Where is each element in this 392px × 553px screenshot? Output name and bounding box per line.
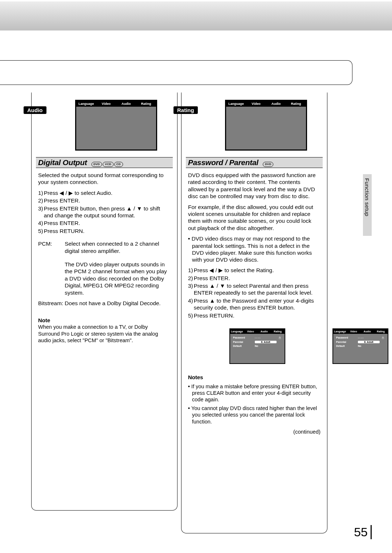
right-note-2: You cannot play DVD discs rated higher t…: [188, 405, 320, 425]
disc-dvd: DVD: [263, 162, 274, 167]
osd-pair: Language Video Audio Rating Password - -…: [186, 326, 327, 364]
osd-tab-rating: Rating: [286, 101, 306, 107]
right-column: Rating Language Video Audio Rating Passw…: [181, 93, 327, 533]
two-column-container: Audio Language Video Audio Rating Digita…: [31, 93, 327, 533]
osd-tab-rating: Rating: [136, 101, 156, 107]
left-body: Selected the output sound format corresp…: [32, 172, 177, 344]
osd-tab-language: Language: [226, 101, 246, 107]
lock-icon: [380, 336, 385, 339]
right-body: DVD discs equipped with the password fun…: [181, 172, 327, 320]
osd-mockup-rating: Language Video Audio Rating: [225, 100, 307, 151]
header-rule-panel: [0, 60, 352, 85]
osd-tab-video: Video: [246, 101, 266, 107]
osd-row-parental: Parental 8. Adult: [333, 340, 388, 344]
osd-tab-row: Language Video Audio Rating: [226, 101, 306, 107]
left-section-title: Digital Output: [38, 158, 87, 167]
right-steps-list: 1)Press ◀ / ▶ to select the Rating. 2)Pr…: [188, 267, 320, 320]
osd-tab-language: Language: [76, 101, 96, 107]
right-section-header: Password / Parental DVD: [186, 157, 323, 168]
osd-row-default: Default No: [230, 344, 285, 348]
left-category-tag: Audio: [24, 106, 46, 114]
right-notes-list: If you make a mistake before pressing EN…: [188, 383, 320, 425]
disc-badges: DVD VCD CD: [91, 162, 123, 167]
right-section-title: Password / Parental: [188, 158, 258, 167]
osd-tab-video: Video: [96, 101, 116, 107]
left-definitions: PCM:Select when connected to a 2 channel…: [38, 240, 171, 310]
right-notes-heading: Notes: [188, 374, 320, 381]
left-section-header: Digital Output DVD VCD CD: [36, 157, 173, 168]
osd-mockup-audio: Language Video Audio Rating: [75, 100, 157, 151]
left-note-body: When you make a connection to a TV, or D…: [38, 324, 171, 343]
continued-label: (continued): [181, 429, 320, 435]
left-column: Audio Language Video Audio Rating Digita…: [31, 93, 177, 511]
left-steps-list: 1)Press ◀ / ▶ to select Audio. 2)Press E…: [38, 189, 171, 235]
osd-mockup-rating-detail-1: Language Video Audio Rating Password - -…: [229, 328, 285, 364]
left-intro: Selected the output sound format corresp…: [38, 172, 171, 186]
osd-row-default: Default No: [333, 344, 388, 348]
osd-mockup-rating-detail-2: Language Video Audio Rating Password - -…: [332, 328, 388, 364]
right-intro-bullets: DVD video discs may or may not respond t…: [188, 235, 320, 263]
right-note-1: If you make a mistake before pressing EN…: [188, 383, 320, 403]
osd-row-password: Password - - - -: [230, 335, 285, 340]
osd-tab-row: Language Video Audio Rating: [76, 101, 156, 107]
disc-dvd: DVD: [91, 162, 102, 167]
disc-cd: CD: [114, 162, 123, 167]
page-number: 55: [354, 525, 372, 539]
disc-vcd: VCD: [103, 162, 114, 167]
osd-row-parental: Parental 8. Adult: [230, 340, 285, 344]
right-category-tag: Rating: [173, 106, 198, 114]
right-p2: For example, if the disc allowed, you co…: [188, 204, 320, 232]
left-note-heading: Note: [38, 317, 171, 324]
right-notes: Notes If you make a mistake before press…: [181, 364, 327, 425]
osd-tab-audio: Audio: [266, 101, 286, 107]
osd-tab-audio: Audio: [116, 101, 136, 107]
disc-badges: DVD: [263, 162, 274, 167]
right-bullet: DVD video discs may or may not respond t…: [188, 235, 320, 263]
lock-icon: [277, 336, 282, 339]
osd-row-password: Password - - - -: [333, 335, 388, 340]
top-gradient-strip: [0, 1, 392, 30]
right-p1: DVD discs equipped with the password fun…: [188, 172, 320, 200]
side-section-label: Function setup: [364, 178, 370, 216]
